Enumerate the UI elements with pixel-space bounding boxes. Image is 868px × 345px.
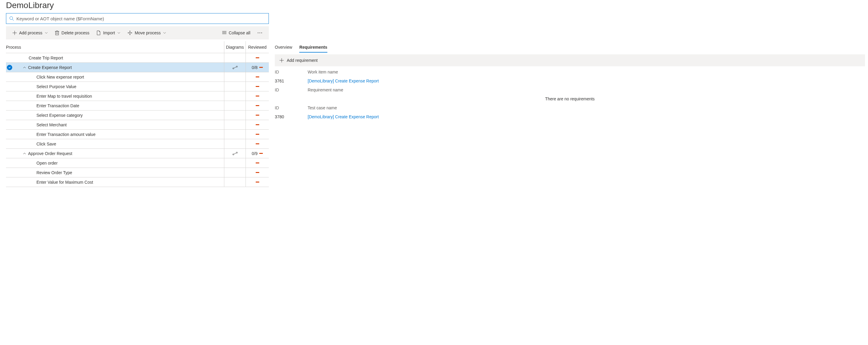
diagram-cell — [224, 53, 246, 62]
row-label: Enter Value for Maximum Cost — [13, 180, 224, 185]
chevron-up-icon — [23, 152, 26, 155]
table-row[interactable]: Select Expense category — [6, 111, 269, 120]
reviewed-cell — [246, 130, 269, 139]
collapse-all-label: Collapse all — [229, 30, 250, 35]
table-row[interactable]: Open order — [6, 158, 269, 168]
row-label: Review Order Type — [13, 170, 224, 175]
table-row[interactable]: Select Purpose Value — [6, 82, 269, 91]
toolbar: Add process Delete process Import Move p… — [6, 26, 269, 39]
more-button[interactable] — [254, 26, 266, 39]
work-item-link[interactable]: [DemoLibrary] Create Expense Report — [308, 79, 865, 83]
not-reviewed-icon — [256, 76, 259, 77]
work-item-header: ID Work item name — [275, 67, 865, 76]
table-row[interactable]: Enter Map to travel requisition — [6, 91, 269, 101]
not-reviewed-icon — [256, 115, 259, 116]
table-row[interactable]: Create Trip Report — [6, 53, 269, 63]
add-requirement-button[interactable]: Add requirement — [280, 58, 318, 63]
add-process-button[interactable]: Add process — [9, 26, 51, 39]
reviewed-cell — [246, 168, 269, 177]
plus-icon — [12, 31, 17, 35]
col-diagrams[interactable]: Diagrams — [224, 41, 246, 53]
table-row[interactable]: Enter Transaction amount value — [6, 130, 269, 139]
diagram-cell — [224, 82, 246, 91]
reviewed-count: 0/8 — [252, 65, 257, 70]
not-reviewed-icon — [256, 57, 259, 58]
collapse-all-button[interactable]: Collapse all — [219, 26, 254, 39]
chevron-down-icon — [45, 31, 48, 34]
col-process[interactable]: Process — [6, 45, 224, 50]
chevron-down-icon — [117, 31, 120, 34]
tab-requirements[interactable]: Requirements — [299, 42, 327, 53]
check-icon — [7, 65, 12, 70]
table-row[interactable]: Create Expense Report0/8 — [6, 63, 269, 72]
col-reviewed[interactable]: Reviewed — [246, 41, 269, 53]
more-icon — [257, 32, 262, 33]
row-label: Select Purpose Value — [13, 84, 224, 89]
delete-process-button[interactable]: Delete process — [51, 26, 93, 39]
reviewed-cell — [246, 101, 269, 110]
move-process-button[interactable]: Move process — [124, 26, 169, 39]
test-case-name-label: Test case name — [308, 105, 865, 110]
table-row[interactable]: Click Save — [6, 139, 269, 149]
diagram-cell — [224, 101, 246, 110]
expand-toggle[interactable] — [21, 152, 28, 155]
table-row[interactable]: Approve Order Request0/9 — [6, 149, 269, 158]
add-requirement-label: Add requirement — [287, 58, 318, 63]
svg-point-14 — [258, 33, 258, 33]
trash-icon — [55, 30, 59, 35]
reviewed-cell — [246, 72, 269, 82]
tab-overview[interactable]: Overview — [275, 42, 292, 53]
chevron-down-icon — [163, 31, 166, 34]
diagram-cell — [224, 72, 246, 82]
search-input[interactable] — [17, 16, 266, 21]
row-check[interactable] — [6, 65, 13, 70]
row-label: Create Expense Report — [28, 65, 224, 70]
not-reviewed-icon — [256, 144, 259, 144]
not-reviewed-icon — [256, 162, 259, 163]
reviewed-cell — [246, 53, 269, 62]
row-label: Select Merchant — [13, 122, 224, 127]
test-case-row[interactable]: 3780 [DemoLibrary] Create Expense Report — [275, 112, 865, 121]
row-label: Enter Map to travel requisition — [13, 94, 224, 99]
diagram-cell[interactable] — [224, 149, 246, 158]
reviewed-cell — [246, 139, 269, 149]
plus-icon — [280, 58, 284, 62]
diagram-cell — [224, 111, 246, 120]
reviewed-count: 0/9 — [252, 151, 257, 156]
diagram-cell — [224, 139, 246, 149]
table-row[interactable]: Enter Value for Maximum Cost — [6, 178, 269, 187]
requirements-toolbar: Add requirement — [275, 54, 865, 66]
not-reviewed-icon — [256, 96, 259, 96]
requirement-header: ID Requirement name — [275, 86, 865, 94]
search-icon — [9, 16, 14, 21]
row-label: Select Expense category — [13, 113, 224, 118]
table-row[interactable]: Review Order Type — [6, 168, 269, 178]
svg-point-21 — [236, 152, 238, 153]
work-item-row[interactable]: 3761 [DemoLibrary] Create Expense Report — [275, 76, 865, 86]
search-box[interactable] — [6, 13, 269, 24]
diagram-icon — [232, 152, 238, 155]
table-row[interactable]: Enter Transaction Date — [6, 101, 269, 111]
test-case-link[interactable]: [DemoLibrary] Create Expense Report — [308, 115, 865, 119]
not-reviewed-icon — [256, 105, 259, 106]
page-title: DemoLibrary — [6, 1, 269, 10]
not-reviewed-icon — [259, 153, 263, 154]
reviewed-cell — [246, 82, 269, 91]
svg-line-19 — [234, 67, 236, 68]
id-label: ID — [275, 88, 308, 92]
row-label: Enter Transaction Date — [13, 103, 224, 108]
requirement-name-label: Requirement name — [308, 88, 865, 92]
svg-point-20 — [233, 154, 234, 155]
diagram-cell — [224, 158, 246, 167]
chevron-up-icon — [23, 66, 26, 69]
table-row[interactable]: Select Merchant — [6, 120, 269, 130]
svg-point-18 — [236, 66, 238, 67]
requirements-empty: There are no requirements — [275, 94, 865, 103]
move-icon — [128, 30, 132, 35]
import-button[interactable]: Import — [93, 26, 124, 39]
diagram-cell[interactable] — [224, 63, 246, 72]
table-row[interactable]: Click New expense report — [6, 72, 269, 82]
test-case-id: 3780 — [275, 115, 308, 119]
row-label: Approve Order Request — [28, 151, 224, 156]
expand-toggle[interactable] — [21, 66, 28, 69]
